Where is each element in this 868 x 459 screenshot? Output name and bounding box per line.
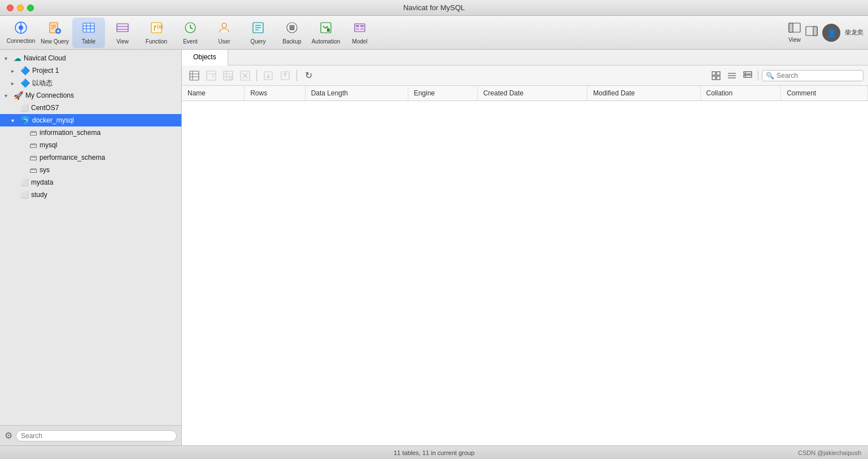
db-icon-4: 🗃 bbox=[29, 165, 37, 174]
toolbar-backup-button[interactable]: Backup bbox=[276, 18, 308, 48]
event-icon bbox=[184, 21, 197, 37]
chevron-down-icon: ▾ bbox=[5, 55, 11, 62]
study-icon: ⬜ bbox=[20, 191, 29, 199]
svg-rect-47 bbox=[207, 71, 216, 80]
sys-label: sys bbox=[40, 166, 50, 174]
col-header-rows[interactable]: Rows bbox=[245, 86, 305, 101]
sidebar-item-yidongta[interactable]: ▸ 🔷 以动态 bbox=[0, 77, 181, 89]
svg-point-25 bbox=[222, 23, 226, 28]
my-connections-label: My Connections bbox=[25, 91, 74, 99]
view-mode-detail-button[interactable] bbox=[741, 69, 754, 82]
centos7-icon: ⬜ bbox=[20, 104, 29, 112]
toolbar-automation-button[interactable]: Automation bbox=[309, 18, 342, 48]
svg-rect-42 bbox=[813, 27, 817, 36]
close-button[interactable] bbox=[7, 5, 14, 11]
sidebar-search-input[interactable] bbox=[16, 430, 177, 441]
view-mode-list-button[interactable] bbox=[725, 69, 739, 82]
col-header-comment[interactable]: Comment bbox=[781, 86, 868, 101]
svg-rect-33 bbox=[327, 29, 330, 32]
objects-toolbar: ↻ bbox=[182, 65, 868, 86]
sidebar-item-mysql[interactable]: 🗃 mysql bbox=[0, 139, 181, 151]
db-icon-1: 🗃 bbox=[29, 128, 37, 137]
svg-rect-69 bbox=[744, 72, 752, 74]
col-header-name[interactable]: Name bbox=[182, 86, 245, 101]
svg-rect-49 bbox=[224, 71, 233, 80]
view-left-panel-icon bbox=[788, 23, 801, 36]
sidebar-item-my-connections[interactable]: ▾ 🚀 My Connections bbox=[0, 89, 181, 102]
status-bar-right-text: CSDN @jakiechaipush bbox=[798, 449, 861, 456]
view-mode-large-icon-button[interactable] bbox=[709, 69, 723, 82]
function-icon: f (x) bbox=[150, 21, 163, 37]
toolbar-user-button[interactable]: User bbox=[208, 18, 241, 48]
svg-rect-65 bbox=[717, 76, 720, 80]
col-header-created-date[interactable]: Created Date bbox=[477, 86, 587, 101]
toolbar-separator-2 bbox=[296, 70, 297, 81]
refresh-button[interactable]: ↻ bbox=[300, 68, 316, 83]
toolbar-connection-button[interactable]: Connection bbox=[5, 18, 37, 48]
svg-point-1 bbox=[19, 25, 23, 30]
minimize-button[interactable] bbox=[17, 5, 24, 11]
col-header-modified-date[interactable]: Modified Date bbox=[587, 86, 700, 101]
col-header-data-length[interactable]: Data Length bbox=[305, 86, 408, 101]
user-avatar[interactable]: 👤 bbox=[822, 24, 840, 42]
project-icon: 🔷 bbox=[20, 66, 30, 75]
toolbar-event-button[interactable]: Event bbox=[174, 18, 207, 48]
traffic-lights bbox=[7, 5, 34, 11]
view-right-panel-button[interactable] bbox=[805, 26, 818, 39]
sidebar-item-navicat-cloud[interactable]: ▾ ☁ Navicat Cloud bbox=[0, 52, 181, 64]
docker-mysql-label: docker_mysql bbox=[32, 116, 74, 124]
view-left-panel-label: View bbox=[788, 37, 801, 43]
maximize-button[interactable] bbox=[27, 5, 34, 11]
sidebar-content: ▾ ☁ Navicat Cloud ▸ 🔷 Project 1 ▸ 🔷 以动态 … bbox=[0, 50, 181, 425]
objects-search-input[interactable] bbox=[777, 72, 860, 80]
table-icon bbox=[82, 21, 95, 37]
view-left-panel-button[interactable]: View bbox=[788, 23, 801, 43]
import-button bbox=[260, 68, 276, 83]
design-table-button bbox=[203, 68, 219, 83]
sidebar-settings-icon[interactable]: ⚙ bbox=[5, 430, 12, 441]
sidebar-item-mydata[interactable]: ⬜ mydata bbox=[0, 176, 181, 189]
svg-text:(x): (x) bbox=[157, 24, 163, 29]
user-name: 柴龙奕 bbox=[845, 28, 863, 37]
sidebar-item-project1[interactable]: ▸ 🔷 Project 1 bbox=[0, 64, 181, 77]
study-label: study bbox=[31, 191, 47, 199]
sidebar-item-performance-schema[interactable]: 🗃 performance_schema bbox=[0, 151, 181, 164]
user-toolbar-label: User bbox=[218, 38, 230, 45]
new-table-button[interactable] bbox=[186, 68, 202, 83]
db-icon-2: 🗃 bbox=[29, 141, 37, 150]
model-icon bbox=[353, 21, 367, 37]
sidebar-item-information-schema[interactable]: 🗃 information_schema bbox=[0, 126, 181, 139]
toolbar-view-button[interactable]: View bbox=[106, 18, 139, 48]
sidebar-item-study[interactable]: ⬜ study bbox=[0, 189, 181, 201]
docker-mysql-icon: 🐬 bbox=[20, 116, 30, 125]
sidebar-item-sys[interactable]: 🗃 sys bbox=[0, 164, 181, 176]
toolbar-function-button[interactable]: f (x) Function bbox=[140, 18, 173, 48]
db-icon-3: 🗃 bbox=[29, 153, 37, 162]
toolbar-query-button[interactable]: Query bbox=[242, 18, 274, 48]
svg-rect-62 bbox=[712, 72, 716, 75]
backup-label: Backup bbox=[282, 38, 301, 45]
centos7-label: CentOS7 bbox=[31, 104, 59, 112]
chevron-down-icon-3: ▾ bbox=[11, 117, 18, 124]
table-label: Table bbox=[82, 38, 95, 45]
main-layout: ▾ ☁ Navicat Cloud ▸ 🔷 Project 1 ▸ 🔷 以动态 … bbox=[0, 50, 868, 445]
svg-rect-36 bbox=[360, 25, 364, 27]
project1-label: Project 1 bbox=[32, 67, 59, 75]
cloud-icon: ☁ bbox=[14, 54, 21, 63]
connection-icon bbox=[14, 21, 28, 36]
objects-table-container: Name Rows Data Length Engine Created Dat… bbox=[182, 86, 868, 445]
sidebar-item-centos7[interactable]: ⬜ CentOS7 bbox=[0, 102, 181, 114]
col-header-collation[interactable]: Collation bbox=[700, 86, 781, 101]
col-header-engine[interactable]: Engine bbox=[408, 86, 477, 101]
function-label: Function bbox=[146, 38, 167, 45]
svg-rect-40 bbox=[789, 23, 793, 32]
tab-objects[interactable]: Objects bbox=[182, 50, 228, 65]
toolbar-table-button[interactable]: Table bbox=[72, 18, 105, 48]
objects-search-box[interactable]: 🔍 bbox=[762, 70, 863, 81]
toolbar-model-button[interactable]: Model bbox=[343, 18, 376, 48]
toolbar-new-query-button[interactable]: New Query bbox=[38, 18, 71, 48]
status-bar: 11 tables, 11 in current group CSDN @jak… bbox=[0, 445, 868, 459]
sidebar-item-docker-mysql[interactable]: ▾ 🐬 docker_mysql bbox=[0, 114, 181, 126]
svg-rect-38 bbox=[360, 28, 364, 30]
export-button bbox=[277, 68, 293, 83]
